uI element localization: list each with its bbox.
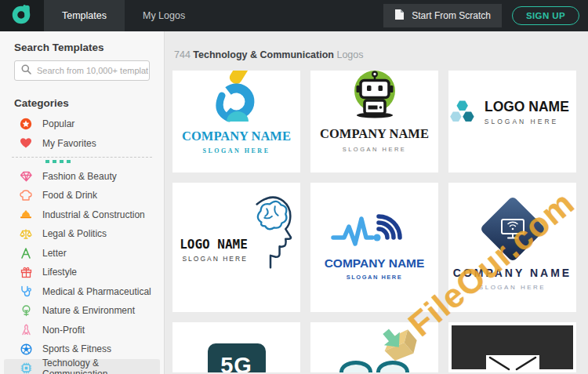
- templates-results-panel: 744 Technology & Communication Logos COM…: [165, 31, 588, 374]
- tree-icon: [20, 304, 32, 317]
- results-category: Technology & Communication: [193, 49, 334, 60]
- sidebar-item-label: Sports & Fitness: [42, 343, 111, 354]
- sidebar-item-label: Letter: [42, 248, 67, 259]
- glasses-logo-icon: [310, 361, 438, 372]
- robot-logo-icon: [342, 71, 408, 121]
- tab-templates[interactable]: Templates: [44, 0, 125, 31]
- brand-d-icon: [11, 3, 33, 28]
- sidebar-item-my-favorites[interactable]: My Favorites: [0, 134, 164, 154]
- sidebar-item-label: Non-Profit: [42, 325, 85, 336]
- template-logo-name: LOGO NAME: [180, 237, 248, 252]
- app-logo[interactable]: [0, 0, 44, 31]
- template-card-brain-head[interactable]: LOGO NAME SLOGAN HERE: [172, 183, 300, 312]
- pulse-wifi-logo-icon: [328, 203, 421, 252]
- sidebar: Search Templates Categories Popular: [0, 31, 165, 374]
- top-bar: Templates My Logos Start From Scratch SI…: [0, 0, 588, 31]
- diamond-icon: [20, 170, 32, 183]
- ribbon-icon: [20, 324, 32, 336]
- start-from-scratch-label: Start From Scratch: [412, 10, 491, 21]
- template-slogan: SLOGAN HERE: [172, 147, 300, 154]
- sidebar-item-label: Legal & Politics: [42, 228, 107, 239]
- sidebar-item-label: Food & Drink: [42, 190, 97, 201]
- sidebar-item-medical-pharmaceutical[interactable]: Medical & Pharmaceutical: [0, 282, 164, 302]
- stethoscope-icon: [20, 285, 32, 298]
- sidebar-item-label: Industrial & Construction: [42, 209, 145, 220]
- monitor-wifi-icon: [500, 218, 525, 240]
- results-header: 744 Technology & Communication Logos: [174, 49, 588, 60]
- hexagons-logo-icon: [448, 91, 476, 132]
- sidebar-item-lifestyle[interactable]: Lifestyle: [0, 263, 164, 282]
- sidebar-item-industrial-construction[interactable]: Industrial & Construction: [0, 205, 164, 225]
- template-card-robot[interactable]: COMPANY NAME SLOGAN HERE: [310, 71, 438, 172]
- soccer-ball-icon: [20, 343, 32, 355]
- sidebar-item-label: Fashion & Beauty: [42, 171, 117, 182]
- template-card-diamond-monitor[interactable]: COMPANY NAME SLOGAN HERE: [448, 183, 576, 312]
- topbar-actions: Start From Scratch SIGN UP: [383, 0, 588, 31]
- 5g-badge: 5G: [208, 343, 266, 372]
- microscope-logo-icon: [205, 71, 268, 122]
- results-suffix: Logos: [336, 49, 363, 60]
- category-list: Popular My Favorites Fashion & Beauty: [0, 114, 164, 374]
- sidebar-item-label: Lifestyle: [42, 267, 77, 278]
- chip-icon: [20, 362, 32, 374]
- template-card-envelope[interactable]: [448, 322, 576, 372]
- envelope-logo-icon: [486, 355, 539, 372]
- blank-document-icon: [394, 9, 405, 23]
- category-divider: [12, 157, 152, 158]
- template-company-name: COMPANY NAME: [448, 267, 576, 279]
- heart-icon: [20, 137, 32, 150]
- template-company-name: COMPANY NAME: [310, 256, 438, 271]
- search-templates-heading: Search Templates: [14, 42, 164, 53]
- template-card-microscope[interactable]: COMPANY NAME SLOGAN HERE: [172, 71, 300, 172]
- results-count: 744: [174, 49, 191, 60]
- template-slogan: SLOGAN HERE: [180, 255, 248, 263]
- template-logo-name: LOGO NAME: [485, 98, 569, 115]
- sidebar-item-popular[interactable]: Popular: [0, 114, 164, 134]
- chef-hat-icon: [20, 189, 32, 202]
- template-card-hexagons[interactable]: LOGO NAME SLOGAN HERE: [448, 71, 576, 172]
- template-card-5g[interactable]: 5G: [172, 322, 300, 372]
- tab-my-logos[interactable]: My Logos: [125, 0, 203, 31]
- scales-icon: [20, 227, 32, 240]
- sign-up-button[interactable]: SIGN UP: [512, 6, 579, 25]
- sidebar-item-nature-environment[interactable]: Nature & Environment: [0, 301, 164, 321]
- search-box[interactable]: [14, 60, 150, 81]
- star-circle-icon: [20, 118, 32, 130]
- sidebar-item-label: Medical & Pharmaceutical: [42, 286, 151, 297]
- sidebar-item-non-profit[interactable]: Non-Profit: [0, 321, 164, 340]
- start-from-scratch-button[interactable]: Start From Scratch: [383, 4, 502, 27]
- template-company-name: COMPANY NAME: [172, 129, 300, 144]
- clipped-category-icon-fragment: [45, 160, 72, 163]
- sidebar-item-fashion-beauty[interactable]: Fashion & Beauty: [0, 167, 164, 187]
- template-company-name: COMPANY NAME: [310, 126, 438, 142]
- sidebar-item-food-drink[interactable]: Food & Drink: [0, 186, 164, 205]
- sidebar-item-label: Technology & Communication: [42, 358, 160, 374]
- brain-head-logo-icon: [248, 192, 293, 274]
- template-card-glasses[interactable]: [310, 322, 438, 372]
- tab-templates-label: Templates: [62, 10, 107, 21]
- search-icon: [21, 64, 31, 78]
- template-slogan: SLOGAN HERE: [448, 284, 576, 291]
- helmet-icon: [20, 209, 32, 221]
- tab-my-logos-label: My Logos: [143, 10, 185, 21]
- sidebar-item-legal-politics[interactable]: Legal & Politics: [0, 224, 164, 244]
- template-slogan: SLOGAN HERE: [485, 118, 576, 125]
- sidebar-item-label: Popular: [42, 118, 74, 129]
- sidebar-item-label: Nature & Environment: [42, 305, 135, 316]
- search-input[interactable]: [37, 66, 148, 75]
- template-card-pulse-wifi[interactable]: COMPANY NAME SLOGAN HERE: [310, 183, 438, 312]
- categories-heading: Categories: [14, 97, 164, 109]
- letter-a-icon: [20, 247, 32, 260]
- template-grid: COMPANY NAME SLOGAN HERE COMPANY NAME SL…: [172, 71, 588, 372]
- template-slogan: SLOGAN HERE: [310, 146, 438, 153]
- sidebar-item-technology-communication[interactable]: Technology & Communication: [4, 359, 160, 374]
- sidebar-item-sports-fitness[interactable]: Sports & Fitness: [0, 340, 164, 359]
- gift-icon: [20, 266, 32, 278]
- sidebar-item-letter[interactable]: Letter: [0, 244, 164, 263]
- template-slogan: SLOGAN HERE: [310, 274, 438, 281]
- sidebar-item-label: My Favorites: [42, 138, 96, 149]
